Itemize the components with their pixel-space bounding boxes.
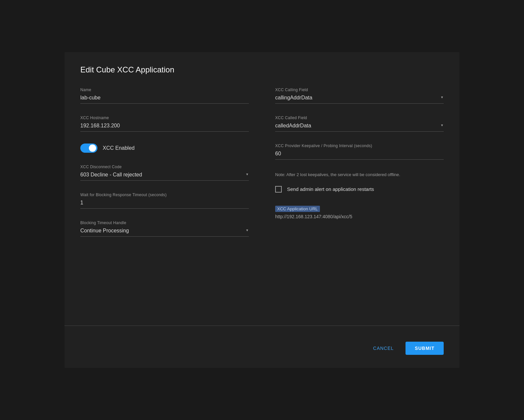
blocking-timeout-group: Blocking Timeout Handle Continue Process… [80,221,249,237]
name-label: Name [80,88,249,92]
wait-blocking-label: Wait for Blocking Response Timeout (seco… [80,193,249,197]
disconnect-code-wrapper: 603 Decline - Call rejected ▼ [80,172,249,181]
calling-field-label: XCC Calling Field [275,88,444,92]
url-label: XCC Application URL [275,206,320,212]
footer-divider [65,326,459,326]
admin-alert-checkbox[interactable] [275,186,282,193]
hostname-field-group: XCC Hostname [80,116,249,132]
admin-alert-group: Send admin alert on application restarts [275,186,444,193]
blocking-timeout-label: Blocking Timeout Handle [80,221,249,225]
blocking-timeout-select[interactable]: Continue Processing [80,228,249,233]
keepalive-input[interactable] [275,151,444,160]
name-field-group: Name [80,88,249,104]
blocking-timeout-wrapper: Continue Processing ▼ [80,228,249,237]
form-grid: Name XCC Hostname XCC Enabled XCC Discon… [80,88,444,318]
hostname-label: XCC Hostname [80,116,249,120]
wait-blocking-group: Wait for Blocking Response Timeout (seco… [80,193,249,209]
xcc-enabled-label: XCC Enabled [103,145,135,151]
wait-blocking-input[interactable] [80,200,249,209]
xcc-enabled-group: XCC Enabled [80,144,249,153]
hostname-input[interactable] [80,123,249,132]
dialog-title: Edit Cube XCC Application [80,65,444,74]
called-field-wrapper: calledAddrData ▼ [275,123,444,132]
url-value: http://192.168.123.147:4080/api/xcc/5 [275,214,444,219]
admin-alert-label: Send admin alert on application restarts [287,186,374,192]
url-section: XCC Application URL http://192.168.123.1… [275,206,444,219]
called-field-group: XCC Called Field calledAddrData ▼ [275,116,444,132]
keepalive-note: Note: After 2 lost keepalives, the servi… [275,171,444,178]
called-field-label: XCC Called Field [275,116,444,120]
keepalive-label: XCC Provider Keepalive / Probing Interva… [275,144,444,148]
called-field-select[interactable]: calledAddrData [275,123,444,128]
calling-field-wrapper: callingAddrData ▼ [275,95,444,104]
disconnect-code-label: XCC Disconnect Code [80,165,249,169]
disconnect-code-select[interactable]: 603 Decline - Call rejected [80,172,249,177]
calling-field-select[interactable]: callingAddrData [275,95,444,100]
calling-field-group: XCC Calling Field callingAddrData ▼ [275,88,444,104]
right-column: XCC Calling Field callingAddrData ▼ XCC … [275,88,444,318]
xcc-enabled-toggle[interactable] [80,144,97,153]
name-input[interactable] [80,95,249,104]
submit-button[interactable]: SUBMIT [406,342,444,355]
keepalive-group: XCC Provider Keepalive / Probing Interva… [275,144,444,160]
edit-dialog: Edit Cube XCC Application Name XCC Hostn… [65,52,459,368]
dialog-footer: CANCEL SUBMIT [80,334,444,355]
left-column: Name XCC Hostname XCC Enabled XCC Discon… [80,88,249,318]
disconnect-code-group: XCC Disconnect Code 603 Decline - Call r… [80,165,249,181]
cancel-button[interactable]: CANCEL [367,342,401,355]
